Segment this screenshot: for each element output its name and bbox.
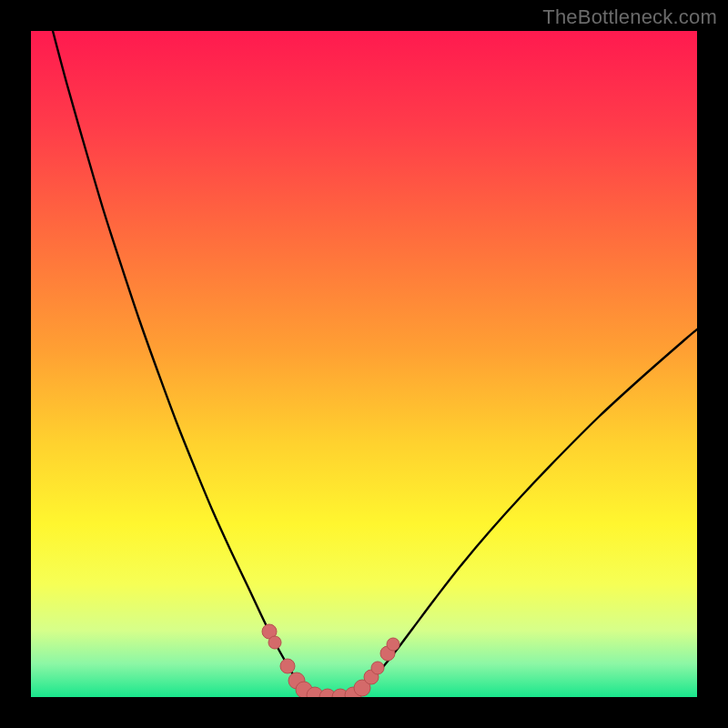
marker-dot — [268, 636, 281, 649]
plot-area — [31, 31, 697, 697]
marker-dot — [280, 659, 295, 673]
bottleneck-chart — [31, 31, 697, 697]
marker-dot — [371, 662, 384, 674]
gradient-background — [31, 31, 697, 697]
outer-frame: TheBottleneck.com — [0, 0, 728, 728]
watermark-text: TheBottleneck.com — [542, 5, 717, 29]
marker-dot — [387, 638, 399, 651]
